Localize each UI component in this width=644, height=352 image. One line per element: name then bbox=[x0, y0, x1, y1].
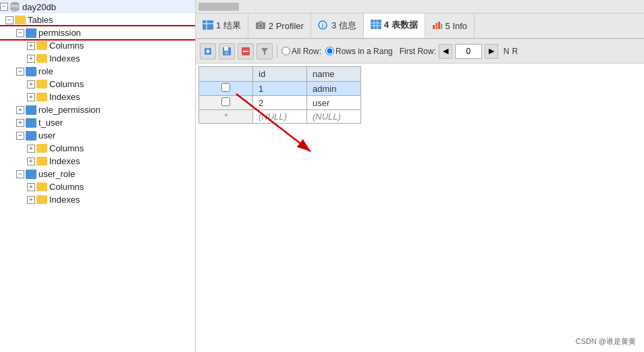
sidebar-item-role-columns[interactable]: +Columns bbox=[0, 78, 195, 91]
sidebar-item-label-user_role: user_role bbox=[38, 169, 75, 179]
info-icon: i bbox=[318, 20, 329, 31]
chart-icon bbox=[432, 20, 443, 31]
sidebar: −day20db−Tables−permission+Columns+Index… bbox=[0, 0, 196, 352]
radio-all-rows[interactable]: All Row: bbox=[281, 47, 321, 56]
data-area[interactable]: idname1admin2user*(NULL)(NULL) bbox=[196, 64, 644, 352]
toolbar: All Row: Rows in a Rang First Row: ◀ ▶ N… bbox=[196, 39, 644, 64]
data-table: idname1admin2user*(NULL)(NULL) bbox=[198, 66, 361, 124]
cell-id[interactable]: 1 bbox=[253, 82, 307, 96]
sidebar-item-day20db[interactable]: −day20db bbox=[0, 0, 195, 14]
row-checkbox[interactable] bbox=[199, 96, 253, 110]
sidebar-item-label-user: user bbox=[38, 130, 55, 141]
svg-rect-26 bbox=[225, 51, 229, 55]
toolbar-btn-save[interactable] bbox=[219, 43, 235, 59]
sidebar-item-perm-columns[interactable]: +Columns bbox=[0, 39, 195, 52]
tab-tab5[interactable]: 5 Info bbox=[425, 14, 475, 38]
expander-role[interactable]: − bbox=[16, 68, 24, 76]
toolbar-separator bbox=[277, 45, 277, 58]
svg-rect-18 bbox=[435, 23, 437, 29]
sidebar-item-label-role-columns: Columns bbox=[49, 79, 84, 89]
expander-day20db[interactable]: − bbox=[0, 3, 8, 11]
sidebar-item-permission[interactable]: −permission bbox=[0, 26, 195, 39]
tab-tab4[interactable]: 4 表数据 bbox=[364, 14, 425, 38]
sidebar-item-label-role-indexes: Indexes bbox=[49, 92, 80, 102]
row-number-input[interactable] bbox=[455, 44, 482, 59]
expander-role-indexes[interactable]: + bbox=[27, 93, 35, 101]
folder-icon bbox=[36, 80, 47, 89]
sidebar-item-label-day20db: day20db bbox=[22, 2, 56, 12]
expander-permission[interactable]: − bbox=[16, 29, 24, 37]
sidebar-item-t_user[interactable]: +t_user bbox=[0, 116, 195, 129]
sidebar-item-label-tables: Tables bbox=[28, 15, 53, 25]
tab-tab2[interactable]: 2 Profiler bbox=[248, 14, 311, 38]
toolbar-btn-delete[interactable] bbox=[238, 43, 254, 59]
svg-rect-25 bbox=[224, 47, 228, 51]
table-icon bbox=[203, 20, 213, 31]
sidebar-item-role[interactable]: −role bbox=[0, 65, 195, 78]
toolbar-btn-filter[interactable] bbox=[257, 43, 273, 59]
right-panel: 1 结果2 Profileri3 信息4 表数据5 Info All Row: bbox=[196, 0, 644, 352]
table-row[interactable]: *(NULL)(NULL) bbox=[199, 110, 361, 124]
radio-range-rows[interactable]: Rows in a Rang bbox=[325, 47, 393, 56]
sidebar-item-user_role[interactable]: −user_role bbox=[0, 168, 195, 180]
svg-text:i: i bbox=[322, 22, 324, 29]
expander-userrole-indexes[interactable]: + bbox=[27, 196, 35, 204]
row-checkbox[interactable] bbox=[199, 82, 253, 96]
sidebar-item-label-perm-indexes: Indexes bbox=[49, 53, 80, 64]
sidebar-item-user[interactable]: −user bbox=[0, 129, 195, 142]
folder-icon bbox=[15, 16, 26, 24]
expander-user-columns[interactable]: + bbox=[27, 145, 35, 153]
expander-perm-columns[interactable]: + bbox=[27, 42, 35, 50]
sidebar-item-label-perm-columns: Columns bbox=[49, 41, 84, 51]
sidebar-item-label-role_permission: role_permission bbox=[38, 105, 101, 115]
svg-rect-19 bbox=[438, 22, 440, 29]
expander-user-indexes[interactable]: + bbox=[27, 157, 35, 166]
tab-label-tab5: 5 Info bbox=[446, 21, 468, 31]
tab-label-tab1: 1 结果 bbox=[216, 20, 241, 32]
expander-role-columns[interactable]: + bbox=[27, 80, 35, 89]
expander-user_role[interactable]: − bbox=[16, 170, 24, 178]
table-row[interactable]: 2user bbox=[199, 96, 361, 110]
sidebar-item-userrole-indexes[interactable]: +Indexes bbox=[0, 193, 195, 206]
sidebar-item-tables[interactable]: −Tables bbox=[0, 14, 195, 26]
content-area: idname1admin2user*(NULL)(NULL) CSDN @谁是黄… bbox=[196, 64, 644, 352]
table-row[interactable]: 1admin bbox=[199, 82, 361, 96]
row-checkbox[interactable]: * bbox=[199, 110, 253, 124]
expander-userrole-columns[interactable]: + bbox=[27, 183, 35, 191]
expander-tables[interactable]: − bbox=[5, 16, 14, 24]
folder-icon bbox=[36, 157, 47, 166]
cell-id: (NULL) bbox=[253, 110, 307, 124]
sidebar-item-role-indexes[interactable]: +Indexes bbox=[0, 91, 195, 103]
sidebar-item-user-columns[interactable]: +Columns bbox=[0, 142, 195, 155]
svg-rect-23 bbox=[206, 51, 210, 52]
tab-tab1[interactable]: 1 结果 bbox=[196, 14, 248, 38]
cell-name: (NULL) bbox=[307, 110, 361, 124]
cell-id: 2 bbox=[253, 96, 307, 110]
table-icon bbox=[26, 67, 36, 76]
scrollbar-thumb[interactable] bbox=[198, 3, 239, 11]
toolbar-btn-add[interactable] bbox=[200, 43, 216, 59]
sidebar-item-label-user-columns: Columns bbox=[49, 143, 84, 153]
sidebar-item-userrole-columns[interactable]: +Columns bbox=[0, 180, 195, 193]
table-icon bbox=[26, 170, 36, 179]
tabs-bar: 1 结果2 Profileri3 信息4 表数据5 Info bbox=[196, 14, 644, 39]
expander-t_user[interactable]: + bbox=[16, 119, 24, 127]
sidebar-item-role_permission[interactable]: +role_permission bbox=[0, 103, 195, 116]
table-icon bbox=[26, 28, 36, 38]
horizontal-scrollbar[interactable] bbox=[196, 0, 644, 14]
sidebar-item-perm-indexes[interactable]: +Indexes bbox=[0, 52, 195, 65]
expander-perm-indexes[interactable]: + bbox=[27, 55, 35, 63]
db-icon bbox=[9, 1, 20, 12]
tab-tab3[interactable]: i3 信息 bbox=[311, 14, 364, 38]
sidebar-item-user-indexes[interactable]: +Indexes bbox=[0, 155, 195, 168]
nav-prev-btn[interactable]: ◀ bbox=[439, 44, 452, 59]
cell-name: user bbox=[307, 96, 361, 110]
expander-role_permission[interactable]: + bbox=[16, 106, 24, 114]
cell-name: admin bbox=[307, 82, 361, 96]
expander-user[interactable]: − bbox=[16, 132, 24, 140]
folder-icon bbox=[36, 41, 47, 50]
sidebar-item-label-t_user: t_user bbox=[38, 118, 63, 128]
nav-next-btn[interactable]: ▶ bbox=[485, 44, 498, 59]
sidebar-item-label-permission: permission bbox=[38, 28, 81, 38]
table-icon bbox=[26, 105, 36, 115]
